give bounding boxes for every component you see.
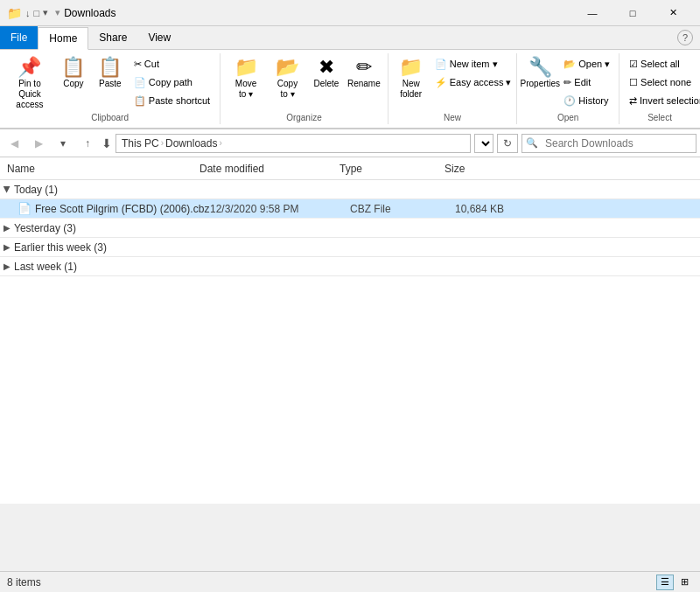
properties-button[interactable]: 🔧 Properties	[522, 55, 557, 111]
rename-icon: ✏	[356, 58, 372, 77]
select-buttons: ☑ Select all ☐ Select none ⇄ Invert sele…	[625, 55, 695, 111]
file-row[interactable]: 📄 Free Scott Pilgrim (FCBD) (2006).cbz 1…	[0, 199, 700, 219]
open-dropdown-button[interactable]: 📂 Open ▾	[559, 55, 614, 73]
address-path[interactable]: This PC › Downloads ›	[116, 134, 471, 153]
new-label: New	[394, 111, 512, 122]
file-name: Free Scott Pilgrim (FCBD) (2006).cbz	[35, 203, 210, 215]
rename-button[interactable]: ✏ Rename	[346, 55, 382, 111]
edit-icon: ✏	[564, 77, 571, 88]
status-bar: 8 items ☰ ⊞	[0, 571, 700, 592]
col-header-date[interactable]: Date modified	[196, 163, 336, 175]
copy-to-button[interactable]: 📂 Copy to ▾	[268, 55, 307, 111]
select-all-icon: ☑	[629, 59, 638, 70]
edit-button[interactable]: ✏ Edit	[559, 73, 614, 91]
close-button[interactable]: ✕	[653, 0, 693, 26]
new-item-icon: 📄	[435, 59, 447, 70]
window-title: Downloads	[64, 7, 572, 19]
maximize-button[interactable]: □	[612, 0, 653, 26]
view-large-icon-button[interactable]: ⊞	[676, 575, 693, 590]
copy-icon: 📋	[61, 58, 85, 77]
group-earlier-this-week[interactable]: ▶ Earlier this week (3)	[0, 238, 700, 257]
title-bar: 📁 ↓ □ ▾ ▾ Downloads — □ ✕	[0, 0, 700, 26]
properties-icon: 🔧	[528, 58, 552, 77]
quick-access-down-icon[interactable]: ↓	[25, 8, 31, 18]
paste-button[interactable]: 📋 Paste	[93, 55, 128, 111]
address-dropdown[interactable]	[474, 134, 494, 153]
invert-selection-button[interactable]: ⇄ Invert selection	[625, 92, 700, 109]
clipboard-label: Clipboard	[5, 111, 214, 122]
tab-view[interactable]: View	[137, 26, 181, 49]
view-toggle-buttons: ☰ ⊞	[656, 575, 693, 590]
new-folder-button[interactable]: 📁 New folder	[394, 55, 429, 111]
back-button[interactable]: ◀	[4, 133, 24, 154]
new-item-button[interactable]: 📄 New item ▾	[430, 55, 516, 73]
minimize-button[interactable]: —	[572, 0, 612, 26]
history-button[interactable]: 🕐 History	[559, 92, 614, 109]
col-header-name[interactable]: Name	[4, 163, 196, 175]
paste-shortcut-button[interactable]: 📋 Paste shortcut	[130, 92, 214, 109]
window-icon: 📁	[7, 6, 22, 20]
delete-icon: ✖	[318, 58, 334, 77]
open-icon: 📂	[564, 59, 576, 70]
history-icon: 🕐	[564, 95, 576, 107]
col-header-size[interactable]: Size	[441, 163, 511, 175]
tab-file[interactable]: File	[0, 26, 38, 49]
breadcrumb-downloads[interactable]: Downloads	[165, 137, 217, 150]
cut-button[interactable]: ✂ Cut	[130, 55, 214, 73]
ribbon-group-open: 🔧 Properties 📂 Open ▾ ✏ Edit 🕐 History O…	[517, 53, 620, 124]
select-none-icon: ☐	[629, 77, 638, 88]
open-small-buttons: 📂 Open ▾ ✏ Edit 🕐 History	[559, 55, 614, 109]
up-button[interactable]: ↑	[77, 133, 98, 154]
breadcrumb-thispc[interactable]: This PC	[122, 137, 159, 150]
select-all-button[interactable]: ☑ Select all	[625, 55, 700, 73]
group-today[interactable]: ▶ Today (1)	[0, 180, 700, 199]
help-icon[interactable]: ?	[677, 30, 693, 45]
view-details-button[interactable]: ☰	[656, 575, 674, 590]
pin-to-quick-access-button[interactable]: 📌 Pin to Quick access	[5, 55, 54, 111]
col-header-type[interactable]: Type	[336, 163, 441, 175]
refresh-button[interactable]: ↻	[497, 134, 518, 153]
invert-icon: ⇄	[629, 95, 637, 107]
group-today-label: Today (1)	[14, 184, 58, 196]
group-last-week[interactable]: ▶ Last week (1)	[0, 257, 700, 276]
file-size: 10,684 KB	[455, 203, 525, 215]
group-lastweek-label: Last week (1)	[14, 261, 77, 273]
copy-path-button[interactable]: 📄 Copy path	[130, 73, 214, 91]
copy-button[interactable]: 📋 Copy	[56, 55, 91, 111]
quick-access-new-icon[interactable]: □	[34, 8, 40, 18]
tab-share[interactable]: Share	[88, 26, 137, 49]
move-icon: 📁	[234, 58, 258, 77]
move-to-button[interactable]: 📁 Move to ▾	[226, 55, 266, 111]
ribbon-tabs: File Home Share View ?	[0, 26, 700, 50]
item-count: 8 items	[7, 576, 41, 589]
clipboard-buttons: 📌 Pin to Quick access 📋 Copy 📋 Paste ✂ C…	[5, 55, 214, 111]
search-box[interactable]: 🔍	[522, 134, 696, 153]
quick-access-dropdown-icon[interactable]: ▾	[43, 7, 48, 18]
title-separator: ▾	[55, 7, 60, 18]
search-input[interactable]	[542, 137, 696, 150]
group-yesterday[interactable]: ▶ Yesterday (3)	[0, 219, 700, 238]
ribbon-group-select: ☑ Select all ☐ Select none ⇄ Invert sele…	[620, 53, 700, 124]
group-today-arrow: ▶	[3, 186, 12, 193]
ribbon-group-organize: 📁 Move to ▾ 📂 Copy to ▾ ✖ Delete ✏ Renam…	[220, 53, 388, 124]
select-none-button[interactable]: ☐ Select none	[625, 73, 700, 91]
downloads-shortcut-icon: ⬇	[102, 136, 112, 150]
easy-access-button[interactable]: ⚡ Easy access ▾	[430, 73, 516, 91]
ribbon-group-clipboard: 📌 Pin to Quick access 📋 Copy 📋 Paste ✂ C…	[0, 53, 220, 124]
organize-label: Organize	[226, 111, 382, 122]
delete-button[interactable]: ✖ Delete	[309, 55, 344, 111]
group-yesterday-arrow: ▶	[4, 223, 10, 233]
open-buttons: 🔧 Properties 📂 Open ▾ ✏ Edit 🕐 History	[522, 55, 613, 111]
pin-icon: 📌	[18, 58, 41, 77]
file-type: CBZ File	[350, 203, 455, 215]
group-yesterday-label: Yesterday (3)	[14, 222, 76, 234]
copy-to-icon: 📂	[276, 58, 299, 77]
recent-locations-button[interactable]: ▾	[52, 133, 74, 154]
paste-shortcut-icon: 📋	[134, 95, 146, 107]
forward-button[interactable]: ▶	[28, 133, 49, 154]
new-folder-icon: 📁	[399, 58, 423, 77]
tab-home[interactable]: Home	[38, 27, 88, 50]
select-label: Select	[625, 111, 695, 122]
search-icon: 🔍	[522, 137, 542, 149]
new-small-buttons: 📄 New item ▾ ⚡ Easy access ▾	[430, 55, 516, 91]
